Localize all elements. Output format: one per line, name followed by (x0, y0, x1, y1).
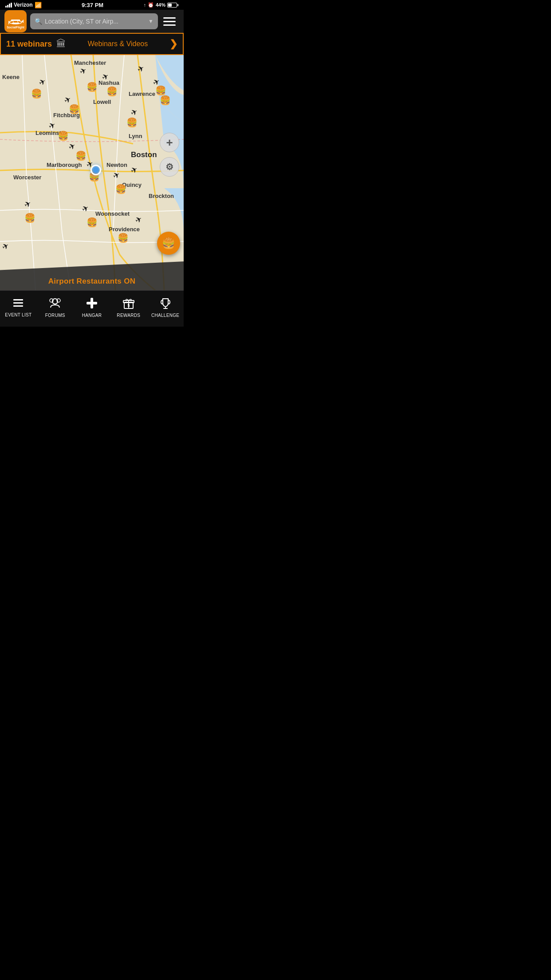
nav-hangar[interactable]: HANGAR (74, 291, 110, 327)
rewards-label: REWARDS (117, 313, 140, 318)
status-bar: Verizon 📶 9:37 PM ↑ ⏰ 44% (0, 0, 184, 10)
alarm-icon: ⏰ (148, 2, 154, 8)
user-location (91, 165, 101, 175)
challenge-icon (159, 297, 172, 311)
menu-line-3 (163, 24, 176, 26)
app-header: SocialFlight 🔍 Location (City, ST or Air… (0, 10, 184, 33)
restaurant-marker-13: 🍔 (87, 217, 98, 228)
search-icon: 🔍 (35, 18, 42, 25)
location-icon: ↑ (143, 2, 146, 8)
city-lynn: Lynn (129, 133, 142, 139)
wifi-icon: 📶 (35, 2, 42, 8)
svg-text:SocialFlight: SocialFlight (7, 26, 24, 29)
nav-event-list[interactable]: EVENT LIST (0, 291, 37, 327)
restaurant-marker-10: 🍔 (115, 184, 126, 194)
city-keene: Keene (2, 74, 20, 80)
city-marlborough: Marlborough (47, 162, 82, 168)
city-brockton: Brockton (149, 193, 174, 199)
svg-rect-5 (8, 21, 9, 24)
restaurant-marker-12: 🍔 (24, 213, 35, 223)
svg-rect-23 (163, 308, 168, 309)
restaurant-marker-14: 🍔 (118, 233, 129, 243)
nav-challenge[interactable]: CHALLENGE (147, 291, 184, 327)
restaurant-marker-3: 🍔 (106, 86, 118, 97)
svg-rect-11 (13, 302, 23, 304)
restaurant-marker-8: 🍔 (58, 130, 69, 141)
zoom-in-button[interactable]: + (160, 133, 179, 152)
bottom-navigation: EVENT LIST FORUMS HANGAR (0, 290, 184, 327)
webinar-icon: 🏛 (56, 38, 66, 50)
challenge-label: CHALLENGE (151, 313, 179, 318)
webinar-arrow-icon: ❯ (169, 38, 177, 50)
city-woonsocket: Woonsocket (95, 210, 130, 217)
event-list-icon (12, 297, 24, 311)
signal-icon (5, 3, 12, 8)
menu-button[interactable] (161, 12, 179, 30)
battery-percent: 44% (156, 2, 165, 8)
restaurant-marker-7: 🍔 (126, 117, 138, 128)
restaurant-marker-6: 🍔 (69, 104, 80, 115)
city-manchester: Manchester (74, 59, 106, 66)
status-right: ↑ ⏰ 44% (143, 2, 178, 8)
city-providence: Providence (109, 226, 140, 233)
time-label: 9:37 PM (82, 2, 103, 8)
webinar-label: Webinars & Videos (71, 40, 165, 48)
hangar-icon (86, 297, 98, 311)
event-list-label: EVENT LIST (5, 312, 31, 317)
forums-label: FORUMS (45, 313, 65, 318)
restaurant-marker-4: 🍔 (155, 85, 166, 96)
nav-forums[interactable]: FORUMS (37, 291, 74, 327)
restaurant-marker-2: 🍔 (87, 82, 98, 92)
webinar-count: 11 webinars (6, 40, 52, 49)
city-lawrence: Lawrence (129, 91, 155, 97)
city-newton: Newton (106, 162, 127, 168)
svg-rect-17 (87, 302, 97, 304)
restaurant-marker-5: 🍔 (160, 95, 171, 106)
city-nashua: Nashua (98, 79, 119, 86)
logo-svg: SocialFlight (6, 12, 25, 31)
menu-line-2 (163, 21, 176, 22)
search-placeholder: Location (City, ST or Airp... (45, 18, 146, 25)
rewards-icon: $ (122, 297, 135, 311)
menu-line-1 (163, 17, 176, 19)
hangar-label: HANGAR (82, 313, 102, 318)
app-logo[interactable]: SocialFlight (4, 10, 27, 32)
restaurant-marker-9: 🍔 (75, 150, 87, 161)
forums-icon (49, 297, 61, 311)
restaurant-marker-1: 🍔 (31, 88, 42, 99)
status-left: Verizon 📶 (5, 2, 42, 8)
svg-rect-3 (12, 23, 19, 24)
city-boston-big: Boston (131, 150, 157, 159)
webinar-banner[interactable]: 11 webinars 🏛 Webinars & Videos ❯ (0, 33, 184, 55)
svg-text:$: $ (127, 303, 130, 308)
nav-rewards[interactable]: $ REWARDS (110, 291, 147, 327)
battery-icon (167, 3, 178, 8)
city-worcester: Worcester (13, 174, 41, 181)
svg-rect-12 (13, 305, 23, 307)
city-lowell: Lowell (93, 99, 111, 105)
svg-rect-10 (13, 299, 23, 300)
map-view[interactable]: Manchester Nashua Keene Lawrence Lowell … (0, 55, 184, 290)
svg-rect-2 (11, 20, 20, 21)
search-chevron-icon: ▼ (148, 18, 153, 24)
search-bar[interactable]: 🔍 Location (City, ST or Airp... ▼ (30, 13, 158, 29)
airport-restaurants-label: Airport Restaurants ON (48, 277, 135, 286)
carrier-label: Verizon (14, 2, 33, 8)
fab-restaurant-button[interactable]: 🍔 (157, 232, 180, 255)
settings-button[interactable]: ⚙ (160, 157, 179, 177)
